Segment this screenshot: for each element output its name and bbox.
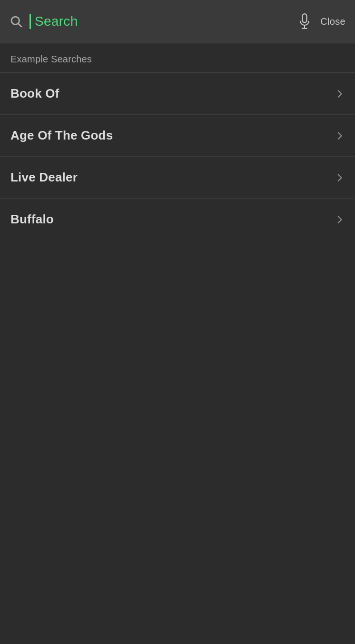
search-item-label-book-of: Book Of (10, 86, 329, 101)
close-button[interactable]: Close (320, 16, 345, 27)
search-item-live-dealer[interactable]: Live Dealer (0, 157, 355, 199)
search-item-label-buffalo: Buffalo (10, 212, 329, 227)
chevron-right-icon (334, 131, 345, 141)
search-item-book-of[interactable]: Book Of (0, 73, 355, 115)
search-item-label-live-dealer: Live Dealer (10, 170, 329, 185)
search-item-buffalo[interactable]: Buffalo (0, 199, 355, 240)
svg-rect-2 (303, 14, 307, 22)
search-input[interactable] (30, 14, 291, 29)
search-items-list: Book OfAge Of The GodsLive DealerBuffalo (0, 73, 355, 240)
chevron-right-icon (334, 214, 345, 225)
search-item-label-age-of-the-gods: Age Of The Gods (10, 128, 329, 143)
chevron-right-icon (334, 172, 345, 183)
svg-line-1 (19, 24, 22, 27)
chevron-right-icon (334, 89, 345, 99)
search-item-age-of-the-gods[interactable]: Age Of The Gods (0, 115, 355, 157)
header-actions: Close (297, 13, 345, 30)
svg-point-0 (11, 17, 19, 24)
mic-icon[interactable] (297, 13, 312, 30)
example-searches-title: Example Searches (0, 43, 355, 72)
search-icon (10, 15, 23, 28)
search-header: Close (0, 0, 355, 43)
